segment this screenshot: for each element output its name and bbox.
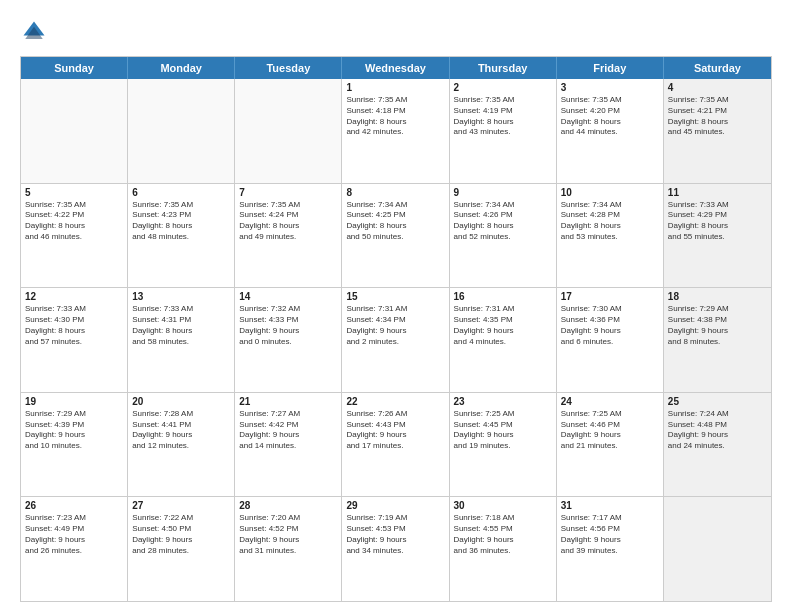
cell-info: Sunrise: 7:26 AM Sunset: 4:43 PM Dayligh… <box>346 409 444 452</box>
cell-info: Sunrise: 7:35 AM Sunset: 4:18 PM Dayligh… <box>346 95 444 138</box>
cell-info: Sunrise: 7:35 AM Sunset: 4:21 PM Dayligh… <box>668 95 767 138</box>
calendar-cell: 12Sunrise: 7:33 AM Sunset: 4:30 PM Dayli… <box>21 288 128 392</box>
cell-info: Sunrise: 7:20 AM Sunset: 4:52 PM Dayligh… <box>239 513 337 556</box>
logo-icon <box>20 18 48 46</box>
day-number: 13 <box>132 291 230 302</box>
calendar-header: SundayMondayTuesdayWednesdayThursdayFrid… <box>21 57 771 79</box>
calendar-row-4: 26Sunrise: 7:23 AM Sunset: 4:49 PM Dayli… <box>21 496 771 601</box>
day-number: 19 <box>25 396 123 407</box>
cell-info: Sunrise: 7:35 AM Sunset: 4:24 PM Dayligh… <box>239 200 337 243</box>
cell-info: Sunrise: 7:22 AM Sunset: 4:50 PM Dayligh… <box>132 513 230 556</box>
header-day-thursday: Thursday <box>450 57 557 79</box>
calendar-cell: 15Sunrise: 7:31 AM Sunset: 4:34 PM Dayli… <box>342 288 449 392</box>
calendar-cell: 7Sunrise: 7:35 AM Sunset: 4:24 PM Daylig… <box>235 184 342 288</box>
calendar-row-3: 19Sunrise: 7:29 AM Sunset: 4:39 PM Dayli… <box>21 392 771 497</box>
cell-info: Sunrise: 7:29 AM Sunset: 4:38 PM Dayligh… <box>668 304 767 347</box>
calendar: SundayMondayTuesdayWednesdayThursdayFrid… <box>20 56 772 602</box>
calendar-cell: 30Sunrise: 7:18 AM Sunset: 4:55 PM Dayli… <box>450 497 557 601</box>
calendar-row-0: 1Sunrise: 7:35 AM Sunset: 4:18 PM Daylig… <box>21 79 771 183</box>
calendar-cell: 5Sunrise: 7:35 AM Sunset: 4:22 PM Daylig… <box>21 184 128 288</box>
day-number: 9 <box>454 187 552 198</box>
header <box>20 18 772 46</box>
day-number: 5 <box>25 187 123 198</box>
day-number: 6 <box>132 187 230 198</box>
day-number: 3 <box>561 82 659 93</box>
day-number: 15 <box>346 291 444 302</box>
cell-info: Sunrise: 7:25 AM Sunset: 4:45 PM Dayligh… <box>454 409 552 452</box>
cell-info: Sunrise: 7:33 AM Sunset: 4:29 PM Dayligh… <box>668 200 767 243</box>
calendar-cell: 19Sunrise: 7:29 AM Sunset: 4:39 PM Dayli… <box>21 393 128 497</box>
calendar-row-1: 5Sunrise: 7:35 AM Sunset: 4:22 PM Daylig… <box>21 183 771 288</box>
calendar-cell: 24Sunrise: 7:25 AM Sunset: 4:46 PM Dayli… <box>557 393 664 497</box>
calendar-body: 1Sunrise: 7:35 AM Sunset: 4:18 PM Daylig… <box>21 79 771 601</box>
header-day-sunday: Sunday <box>21 57 128 79</box>
calendar-cell: 3Sunrise: 7:35 AM Sunset: 4:20 PM Daylig… <box>557 79 664 183</box>
cell-info: Sunrise: 7:31 AM Sunset: 4:34 PM Dayligh… <box>346 304 444 347</box>
day-number: 24 <box>561 396 659 407</box>
cell-info: Sunrise: 7:28 AM Sunset: 4:41 PM Dayligh… <box>132 409 230 452</box>
calendar-cell: 2Sunrise: 7:35 AM Sunset: 4:19 PM Daylig… <box>450 79 557 183</box>
header-day-tuesday: Tuesday <box>235 57 342 79</box>
calendar-cell: 27Sunrise: 7:22 AM Sunset: 4:50 PM Dayli… <box>128 497 235 601</box>
day-number: 11 <box>668 187 767 198</box>
day-number: 21 <box>239 396 337 407</box>
calendar-cell: 29Sunrise: 7:19 AM Sunset: 4:53 PM Dayli… <box>342 497 449 601</box>
page: SundayMondayTuesdayWednesdayThursdayFrid… <box>0 0 792 612</box>
cell-info: Sunrise: 7:32 AM Sunset: 4:33 PM Dayligh… <box>239 304 337 347</box>
day-number: 1 <box>346 82 444 93</box>
day-number: 4 <box>668 82 767 93</box>
calendar-cell: 13Sunrise: 7:33 AM Sunset: 4:31 PM Dayli… <box>128 288 235 392</box>
calendar-cell: 11Sunrise: 7:33 AM Sunset: 4:29 PM Dayli… <box>664 184 771 288</box>
calendar-cell: 23Sunrise: 7:25 AM Sunset: 4:45 PM Dayli… <box>450 393 557 497</box>
calendar-cell: 25Sunrise: 7:24 AM Sunset: 4:48 PM Dayli… <box>664 393 771 497</box>
cell-info: Sunrise: 7:25 AM Sunset: 4:46 PM Dayligh… <box>561 409 659 452</box>
day-number: 2 <box>454 82 552 93</box>
calendar-cell: 14Sunrise: 7:32 AM Sunset: 4:33 PM Dayli… <box>235 288 342 392</box>
calendar-cell: 28Sunrise: 7:20 AM Sunset: 4:52 PM Dayli… <box>235 497 342 601</box>
calendar-cell: 8Sunrise: 7:34 AM Sunset: 4:25 PM Daylig… <box>342 184 449 288</box>
cell-info: Sunrise: 7:29 AM Sunset: 4:39 PM Dayligh… <box>25 409 123 452</box>
cell-info: Sunrise: 7:34 AM Sunset: 4:28 PM Dayligh… <box>561 200 659 243</box>
day-number: 27 <box>132 500 230 511</box>
cell-info: Sunrise: 7:35 AM Sunset: 4:23 PM Dayligh… <box>132 200 230 243</box>
day-number: 12 <box>25 291 123 302</box>
cell-info: Sunrise: 7:34 AM Sunset: 4:26 PM Dayligh… <box>454 200 552 243</box>
calendar-cell: 21Sunrise: 7:27 AM Sunset: 4:42 PM Dayli… <box>235 393 342 497</box>
cell-info: Sunrise: 7:27 AM Sunset: 4:42 PM Dayligh… <box>239 409 337 452</box>
cell-info: Sunrise: 7:18 AM Sunset: 4:55 PM Dayligh… <box>454 513 552 556</box>
calendar-row-2: 12Sunrise: 7:33 AM Sunset: 4:30 PM Dayli… <box>21 287 771 392</box>
day-number: 16 <box>454 291 552 302</box>
day-number: 8 <box>346 187 444 198</box>
calendar-cell: 6Sunrise: 7:35 AM Sunset: 4:23 PM Daylig… <box>128 184 235 288</box>
calendar-cell: 16Sunrise: 7:31 AM Sunset: 4:35 PM Dayli… <box>450 288 557 392</box>
day-number: 7 <box>239 187 337 198</box>
calendar-cell: 17Sunrise: 7:30 AM Sunset: 4:36 PM Dayli… <box>557 288 664 392</box>
cell-info: Sunrise: 7:17 AM Sunset: 4:56 PM Dayligh… <box>561 513 659 556</box>
calendar-cell <box>235 79 342 183</box>
calendar-cell: 26Sunrise: 7:23 AM Sunset: 4:49 PM Dayli… <box>21 497 128 601</box>
calendar-cell: 31Sunrise: 7:17 AM Sunset: 4:56 PM Dayli… <box>557 497 664 601</box>
cell-info: Sunrise: 7:33 AM Sunset: 4:31 PM Dayligh… <box>132 304 230 347</box>
day-number: 26 <box>25 500 123 511</box>
day-number: 18 <box>668 291 767 302</box>
cell-info: Sunrise: 7:31 AM Sunset: 4:35 PM Dayligh… <box>454 304 552 347</box>
cell-info: Sunrise: 7:35 AM Sunset: 4:19 PM Dayligh… <box>454 95 552 138</box>
calendar-cell: 10Sunrise: 7:34 AM Sunset: 4:28 PM Dayli… <box>557 184 664 288</box>
header-day-monday: Monday <box>128 57 235 79</box>
cell-info: Sunrise: 7:19 AM Sunset: 4:53 PM Dayligh… <box>346 513 444 556</box>
day-number: 10 <box>561 187 659 198</box>
cell-info: Sunrise: 7:30 AM Sunset: 4:36 PM Dayligh… <box>561 304 659 347</box>
day-number: 25 <box>668 396 767 407</box>
header-day-wednesday: Wednesday <box>342 57 449 79</box>
cell-info: Sunrise: 7:35 AM Sunset: 4:22 PM Dayligh… <box>25 200 123 243</box>
calendar-cell <box>128 79 235 183</box>
day-number: 23 <box>454 396 552 407</box>
calendar-cell: 4Sunrise: 7:35 AM Sunset: 4:21 PM Daylig… <box>664 79 771 183</box>
calendar-cell: 18Sunrise: 7:29 AM Sunset: 4:38 PM Dayli… <box>664 288 771 392</box>
calendar-cell <box>21 79 128 183</box>
day-number: 22 <box>346 396 444 407</box>
header-day-friday: Friday <box>557 57 664 79</box>
logo <box>20 18 52 46</box>
calendar-cell: 20Sunrise: 7:28 AM Sunset: 4:41 PM Dayli… <box>128 393 235 497</box>
day-number: 31 <box>561 500 659 511</box>
